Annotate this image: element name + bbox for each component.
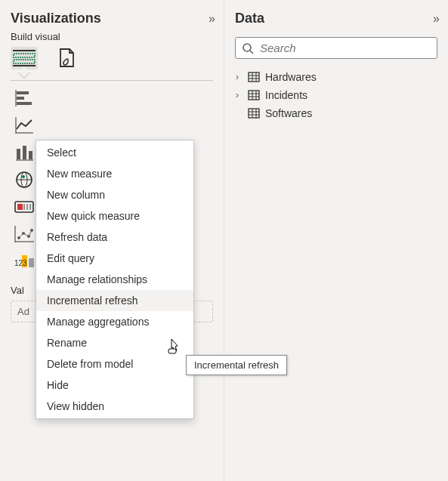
menu-incremental-refresh[interactable]: Incremental refresh	[36, 290, 193, 311]
svg-rect-6	[17, 102, 32, 105]
table-row[interactable]: Softwares	[229, 104, 443, 122]
menu-new-column[interactable]: New column	[36, 184, 193, 205]
search-input[interactable]	[260, 42, 431, 54]
data-title: Data	[235, 11, 264, 26]
svg-rect-4	[17, 91, 29, 94]
menu-edit-query[interactable]: Edit query	[36, 248, 193, 269]
svg-point-17	[22, 175, 25, 178]
menu-new-quick-measure[interactable]: New quick measure	[36, 205, 193, 227]
stacked-bar-chart-icon[interactable]	[14, 88, 34, 108]
svg-point-32	[243, 44, 251, 51]
data-pane: Data » › Hardwares › Incidents	[224, 0, 448, 481]
svg-rect-1	[14, 54, 35, 57]
svg-rect-19	[17, 204, 23, 210]
collapse-visualizations-icon[interactable]: »	[209, 12, 213, 26]
menu-refresh-data[interactable]: Refresh data	[36, 227, 193, 248]
map-icon[interactable]	[14, 170, 34, 190]
table-name: Incidents	[265, 89, 307, 101]
line-chart-icon[interactable]	[14, 116, 34, 135]
svg-rect-34	[249, 72, 259, 82]
gauge-icon[interactable]	[14, 197, 34, 217]
svg-rect-44	[249, 109, 259, 118]
chevron-right-icon: ›	[232, 72, 243, 82]
format-visual-tab[interactable]	[57, 48, 77, 69]
menu-view-hidden[interactable]: View hidden	[36, 396, 193, 417]
menu-manage-relationships[interactable]: Manage relationships	[36, 269, 193, 290]
menu-new-measure[interactable]: New measure	[36, 163, 193, 184]
table-row[interactable]: › Hardwares	[229, 68, 443, 86]
svg-line-33	[250, 51, 253, 54]
collapse-data-icon[interactable]: »	[433, 12, 437, 26]
svg-rect-30	[29, 258, 34, 267]
svg-text:123: 123	[14, 259, 27, 267]
format-page-icon	[57, 48, 77, 69]
table-context-menu: Select New measure New column New quick …	[36, 140, 194, 419]
viz-gallery-column: 123	[0, 88, 38, 271]
svg-rect-10	[17, 149, 20, 159]
build-visual-label: Build visual	[0, 29, 224, 47]
svg-rect-11	[23, 146, 26, 159]
table-icon	[248, 72, 260, 82]
ribbon-chart-icon[interactable]	[14, 143, 34, 162]
table-name: Softwares	[265, 107, 312, 119]
build-visual-tab[interactable]	[11, 47, 38, 69]
search-icon	[242, 42, 254, 54]
svg-rect-39	[249, 91, 259, 100]
menu-manage-aggregations[interactable]: Manage aggregations	[36, 311, 193, 332]
table-name: Hardwares	[265, 71, 317, 83]
svg-rect-5	[17, 97, 24, 100]
menu-delete-from-model[interactable]: Delete from model	[36, 353, 193, 375]
menu-rename[interactable]: Rename	[36, 332, 193, 353]
build-visual-icon	[13, 49, 36, 67]
table-icon	[248, 108, 260, 119]
svg-rect-2	[14, 60, 35, 63]
menu-hide[interactable]: Hide	[36, 375, 193, 396]
search-box[interactable]	[235, 37, 437, 59]
svg-rect-12	[29, 151, 32, 159]
tooltip: Incremental refresh	[186, 355, 287, 375]
table-row[interactable]: › Incidents	[229, 86, 443, 104]
table-icon	[248, 90, 260, 100]
qa-visual-icon[interactable]: 123	[14, 251, 34, 271]
key-influencers-icon[interactable]	[14, 224, 34, 244]
visualizations-title: Visualizations	[11, 11, 101, 26]
menu-select[interactable]: Select	[36, 142, 193, 163]
chevron-right-icon: ›	[232, 90, 243, 100]
